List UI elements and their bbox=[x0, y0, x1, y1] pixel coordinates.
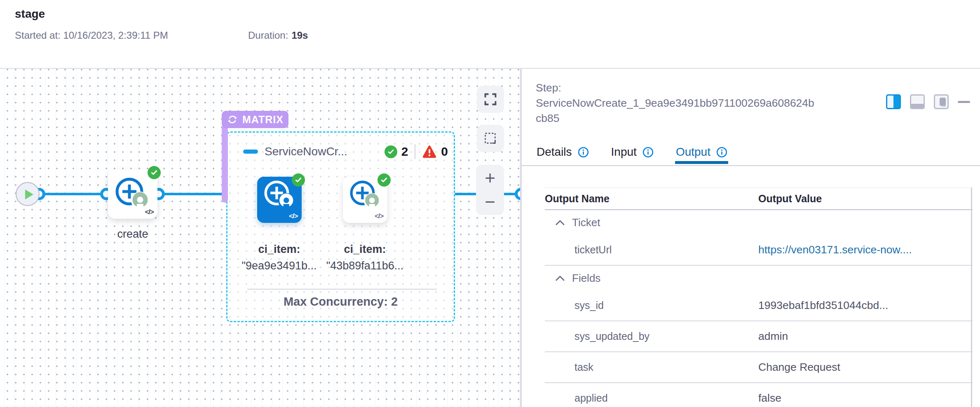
matrix-step-label: ci_item: "43b89fa11b6... bbox=[321, 241, 409, 274]
minimize-icon[interactable] bbox=[958, 101, 970, 103]
table-row: applied false bbox=[545, 383, 973, 407]
output-name: ticketUrl bbox=[545, 244, 758, 256]
step-label: Step: bbox=[536, 82, 561, 94]
duration-text: Duration:19s bbox=[248, 30, 308, 41]
collapse-minus-icon[interactable] bbox=[243, 150, 258, 154]
output-name: task bbox=[545, 361, 758, 373]
table-row: task Change Request bbox=[545, 352, 973, 383]
output-value: admin bbox=[758, 330, 788, 343]
pipeline-execution-page: stage Started at: 10/16/2023, 2:39:11 PM… bbox=[0, 0, 980, 407]
group-row-fields[interactable]: Fields bbox=[545, 266, 973, 290]
panel-right-icon[interactable] bbox=[886, 94, 901, 109]
table-row: sys_id 1993ebaf1bfd351044cbd... bbox=[545, 290, 973, 321]
step-node-create[interactable]: </> bbox=[108, 169, 157, 219]
table-row: sys_updated_by admin bbox=[545, 321, 973, 352]
zoom-controls: + − bbox=[476, 165, 504, 215]
matrix-accent-bar bbox=[222, 124, 228, 203]
servicenow-icon bbox=[111, 173, 151, 213]
duration-value: 19s bbox=[291, 30, 308, 41]
zoom-in-button[interactable]: + bbox=[485, 169, 495, 187]
repeat-loop-icon bbox=[227, 114, 238, 125]
column-header-output-name: Output Name bbox=[545, 193, 758, 205]
code-glyph: </> bbox=[289, 212, 298, 220]
step-title: Step: ServiceNowCreate_1_9ea9e3491bb9711… bbox=[536, 80, 816, 126]
matrix-badge: MATRIX bbox=[222, 111, 288, 128]
step-label-create: create bbox=[96, 228, 170, 241]
output-name: sys_updated_by bbox=[545, 330, 758, 342]
output-value: false bbox=[758, 392, 781, 405]
edge-start-to-create bbox=[39, 193, 106, 195]
panel-float-icon[interactable] bbox=[934, 94, 949, 109]
panel-tabs: Details Input Output bbox=[536, 145, 728, 164]
play-icon bbox=[25, 189, 33, 199]
table-row: ticketUrl https://ven03171.service-now..… bbox=[545, 235, 973, 266]
stage-title: stage bbox=[15, 7, 45, 21]
servicenow-icon bbox=[260, 177, 296, 212]
scrollbar[interactable] bbox=[971, 187, 972, 407]
chevron-up-icon bbox=[556, 275, 565, 281]
column-header-output-value: Output Value bbox=[758, 193, 822, 205]
edge-create-to-matrix bbox=[159, 193, 226, 195]
output-name: applied bbox=[545, 392, 758, 404]
success-count: 2 bbox=[401, 145, 408, 159]
duration-label: Duration: bbox=[248, 30, 288, 41]
tab-details[interactable]: Details bbox=[536, 145, 590, 164]
matrix-group-box: ServiceNowCr... 2 0 bbox=[226, 131, 455, 322]
zoom-out-button[interactable]: − bbox=[485, 193, 495, 211]
connector-dot bbox=[515, 188, 520, 200]
success-check-icon bbox=[377, 173, 391, 187]
panel-layout-controls bbox=[886, 94, 970, 109]
info-icon[interactable] bbox=[716, 147, 727, 158]
output-value: 1993ebaf1bfd351044cbd... bbox=[758, 299, 888, 312]
warning-triangle-icon bbox=[422, 145, 437, 159]
fullscreen-button[interactable] bbox=[477, 86, 504, 113]
selection-box-icon bbox=[483, 131, 497, 145]
tab-input[interactable]: Input bbox=[610, 145, 654, 164]
panel-bottom-icon[interactable] bbox=[910, 94, 925, 109]
matrix-step-column: </> ci_item: "9ea9e3491b... bbox=[235, 173, 324, 274]
matrix-status-counts: 2 0 bbox=[384, 144, 448, 159]
success-check-icon bbox=[148, 166, 161, 179]
info-icon[interactable] bbox=[578, 147, 589, 158]
group-row-ticket[interactable]: Ticket bbox=[545, 210, 973, 235]
output-name: sys_id bbox=[545, 299, 758, 311]
code-glyph: </> bbox=[145, 208, 154, 216]
stage-header: stage Started at: 10/16/2023, 2:39:11 PM… bbox=[0, 0, 980, 69]
info-icon[interactable] bbox=[642, 147, 654, 158]
failed-count: 0 bbox=[441, 145, 448, 159]
ticket-url-link[interactable]: https://ven03171.service-now.... bbox=[758, 243, 912, 256]
step-details-panel: Step: ServiceNowCreate_1_9ea9e3491bb9711… bbox=[522, 69, 980, 407]
start-node[interactable] bbox=[16, 182, 40, 206]
matrix-badge-label: MATRIX bbox=[242, 114, 284, 126]
servicenow-icon bbox=[346, 177, 382, 212]
pipeline-canvas[interactable]: </> create MATRIX ServiceNowCr... bbox=[0, 69, 520, 407]
matrix-title: ServiceNowCr... bbox=[265, 145, 347, 158]
divider bbox=[415, 144, 415, 159]
divider bbox=[247, 289, 437, 290]
matrix-step-node-selected[interactable]: </> bbox=[257, 177, 302, 223]
table-header-row: Output Name Output Value bbox=[545, 188, 973, 210]
matrix-step-column: </> ci_item: "43b89fa11b6... bbox=[321, 173, 409, 274]
started-at-text: Started at: 10/16/2023, 2:39:11 PM bbox=[15, 30, 168, 41]
expand-icon bbox=[483, 92, 497, 106]
output-value: Change Request bbox=[758, 361, 840, 374]
divider bbox=[522, 165, 980, 166]
max-concurrency-text: Max Concurrency: 2 bbox=[227, 295, 454, 309]
tab-output[interactable]: Output bbox=[675, 145, 728, 164]
output-table: Output Name Output Value Ticket ticketUr… bbox=[545, 187, 973, 407]
matrix-step-label: ci_item: "9ea9e3491b... bbox=[235, 241, 324, 274]
code-glyph: </> bbox=[375, 212, 384, 220]
selection-mode-button[interactable] bbox=[477, 125, 504, 152]
success-check-icon bbox=[292, 173, 305, 187]
success-check-icon bbox=[384, 145, 397, 158]
step-name: ServiceNowCreate_1_9ea9e3491bb971100269a… bbox=[536, 97, 814, 124]
chevron-up-icon bbox=[556, 220, 565, 225]
matrix-header: ServiceNowCr... 2 0 bbox=[243, 143, 448, 160]
matrix-step-node[interactable]: </> bbox=[343, 177, 387, 223]
